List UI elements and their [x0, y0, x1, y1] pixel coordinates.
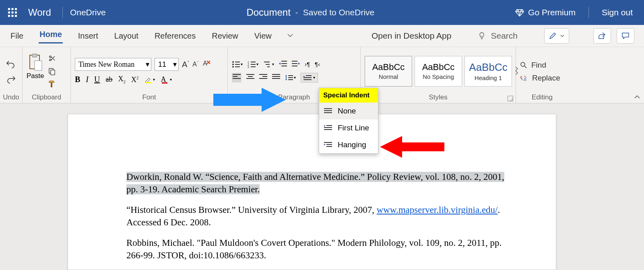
- style-name-label: Normal: [379, 73, 398, 80]
- replace-icon: ab: [520, 74, 528, 82]
- align-center-button[interactable]: [246, 74, 254, 82]
- svg-rect-5: [15, 12, 17, 14]
- align-right-button[interactable]: [259, 74, 267, 82]
- styles-more-button[interactable]: [514, 64, 520, 78]
- ltr-direction-button[interactable]: ›¶: [305, 61, 310, 68]
- svg-rect-55: [306, 75, 312, 76]
- svg-rect-43: [248, 76, 253, 77]
- justify-button[interactable]: [272, 74, 280, 82]
- svg-text:3: 3: [248, 66, 249, 68]
- replace-button[interactable]: ab Replace: [520, 74, 560, 82]
- menu-item-first-line[interactable]: First Line: [319, 120, 378, 136]
- copy-button[interactable]: [48, 67, 56, 77]
- menu-item-none[interactable]: None: [319, 103, 378, 120]
- align-left-button[interactable]: [232, 73, 242, 82]
- chevron-down-icon: ▾: [294, 75, 296, 80]
- svg-rect-49: [272, 76, 280, 77]
- search-box[interactable]: Search: [478, 31, 518, 41]
- citation-link[interactable]: www.mapserver.lib.virginia.edu/: [377, 205, 498, 215]
- italic-button[interactable]: I: [86, 75, 89, 84]
- undo-button[interactable]: [6, 60, 16, 70]
- share-button[interactable]: [593, 28, 611, 43]
- svg-rect-29: [251, 66, 256, 67]
- strikethrough-button[interactable]: ab: [105, 75, 112, 84]
- subscript-button[interactable]: X2: [118, 75, 126, 84]
- multilevel-list-icon: [263, 61, 271, 68]
- clear-formatting-button[interactable]: A: [202, 59, 211, 70]
- svg-rect-50: [272, 78, 280, 79]
- decrease-indent-button[interactable]: [279, 60, 287, 69]
- document-name[interactable]: Document: [246, 7, 290, 18]
- underline-button[interactable]: U: [94, 75, 100, 84]
- tab-insert[interactable]: Insert: [77, 30, 99, 42]
- chevron-down-icon: ▾: [256, 62, 258, 66]
- grow-font-button[interactable]: A˄: [182, 60, 189, 69]
- page-margin-tab[interactable]: [556, 126, 556, 141]
- paste-button[interactable]: Paste: [27, 54, 44, 80]
- go-premium-label: Go Premium: [528, 8, 576, 17]
- shrink-font-button[interactable]: A˅: [192, 61, 199, 68]
- onedrive-location[interactable]: OneDrive: [67, 8, 106, 17]
- svg-rect-42: [246, 74, 254, 75]
- citation-paragraph[interactable]: “Historical Census Browser.” University …: [126, 204, 516, 229]
- line-spacing-button[interactable]: ▾: [285, 74, 296, 81]
- format-painter-button[interactable]: [48, 80, 56, 90]
- collapse-ribbon-button[interactable]: [634, 94, 641, 101]
- red-arrow-annotation: [380, 136, 444, 158]
- font-size-combo[interactable]: 11▾: [155, 58, 179, 71]
- highlight-button[interactable]: ▾: [144, 76, 155, 84]
- tab-view[interactable]: View: [254, 30, 272, 42]
- special-indent-button[interactable]: ▾: [301, 73, 318, 82]
- chevron-down-icon: ▾: [153, 77, 155, 82]
- font-name-combo[interactable]: Times New Roman▾: [75, 58, 151, 71]
- tab-layout[interactable]: Layout: [114, 30, 139, 42]
- selected-text: pp. 3-19. Academic Search Premier.: [126, 184, 260, 194]
- comments-button[interactable]: [617, 28, 634, 43]
- open-in-desktop-app[interactable]: Open in Desktop App: [372, 31, 451, 41]
- svg-rect-25: [251, 62, 256, 62]
- redo-button[interactable]: [6, 75, 16, 85]
- tab-review[interactable]: Review: [211, 30, 239, 42]
- style-normal[interactable]: AaBbCc Normal: [365, 56, 412, 87]
- svg-rect-65: [324, 127, 332, 128]
- numbering-button[interactable]: 123▾: [248, 61, 258, 68]
- style-sample: AaBbCc: [469, 61, 507, 74]
- svg-rect-66: [324, 129, 332, 130]
- citation-paragraph[interactable]: Robbins, Michael. "Paul Muldoon's Covert…: [126, 237, 516, 262]
- style-heading-1[interactable]: AaBbCc Heading 1: [464, 56, 512, 87]
- svg-rect-6: [8, 15, 10, 17]
- app-name[interactable]: Word: [25, 7, 58, 18]
- tab-file[interactable]: File: [10, 30, 24, 42]
- find-button[interactable]: Find: [520, 61, 560, 70]
- align-center-icon: [246, 74, 254, 80]
- app-launcher-icon[interactable]: [0, 8, 25, 17]
- hanging-indent-icon: [324, 141, 332, 148]
- menu-item-hanging[interactable]: Hanging: [319, 136, 378, 153]
- sign-out-link[interactable]: Sign out: [602, 8, 633, 17]
- save-status[interactable]: Saved to OneDrive: [303, 8, 374, 17]
- editing-mode-dropdown[interactable]: [544, 28, 569, 43]
- superscript-button[interactable]: X2: [131, 75, 139, 84]
- svg-rect-57: [303, 79, 312, 80]
- svg-rect-34: [281, 63, 287, 64]
- citation-text: Robbins, Michael. "Paul Muldoon's Covert…: [126, 238, 502, 260]
- svg-rect-45: [259, 74, 267, 75]
- font-color-button[interactable]: A▾: [161, 75, 172, 84]
- bullets-button[interactable]: ▾: [232, 61, 243, 68]
- tab-home[interactable]: Home: [39, 28, 63, 43]
- menu-item-label: First Line: [338, 124, 369, 132]
- document-page[interactable]: Dworkin, Ronald W. “Science, Faith and A…: [68, 114, 556, 270]
- svg-rect-39: [233, 74, 241, 75]
- chevron-down-icon: ▾: [146, 60, 149, 69]
- cut-button[interactable]: [48, 54, 56, 64]
- tab-overflow-icon[interactable]: [287, 31, 293, 41]
- increase-indent-button[interactable]: [292, 60, 300, 69]
- citation-paragraph[interactable]: Dworkin, Ronald W. “Science, Faith and A…: [126, 171, 516, 196]
- tab-references[interactable]: References: [154, 30, 196, 42]
- styles-dialog-launcher[interactable]: [508, 96, 513, 101]
- bold-button[interactable]: B: [75, 75, 80, 84]
- go-premium-button[interactable]: Go Premium: [515, 8, 576, 17]
- multilevel-list-button[interactable]: ▾: [263, 61, 274, 68]
- style-no-spacing[interactable]: AaBbCc No Spacing: [415, 56, 462, 87]
- rtl-direction-button[interactable]: ¶‹: [315, 61, 320, 68]
